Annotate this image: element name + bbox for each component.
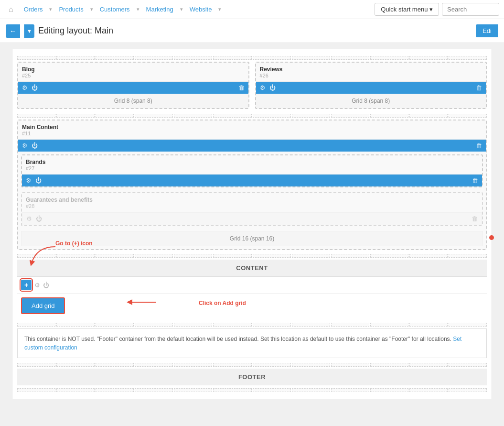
- main-content-block-name: Main Content: [22, 124, 58, 131]
- guarantees-block-header: Guarantees and benefits #28: [22, 193, 482, 212]
- drop-zone-mid1: [17, 114, 487, 118]
- brands-block-name: Brands: [26, 159, 45, 165]
- main-content-block-toolbar: ⚙ ⏻ 🗑: [18, 140, 486, 152]
- info-box: This container is NOT used. "Footer" con…: [17, 328, 487, 358]
- drop-zone-top: [17, 56, 487, 60]
- back-button[interactable]: ←: [6, 24, 20, 38]
- reviews-gear-icon[interactable]: ⚙: [260, 84, 266, 91]
- home-icon[interactable]: ⌂: [5, 3, 17, 16]
- blog-block-name: Blog: [22, 66, 35, 73]
- blog-gear-icon[interactable]: ⚙: [22, 84, 28, 91]
- nav-item-orders[interactable]: Orders: [20, 4, 47, 15]
- main-content: Blog #25 ⚙ ⏻ 🗑 Grid 8 (span 8) Reviews: [0, 43, 504, 426]
- page-title: Editing layout: Main: [38, 26, 472, 36]
- content-section-wrapper: Go to (+) icon CONTENT: [17, 260, 487, 318]
- annotation-go-to-plus: Go to (+) icon: [55, 240, 93, 247]
- nav-item-marketing[interactable]: Marketing: [142, 4, 177, 15]
- arrow-add-grid-icon: [125, 295, 158, 309]
- quick-start-button[interactable]: Quick start menu ▾: [375, 3, 439, 16]
- reviews-block: Reviews #26 ⚙ ⏻ 🗑 Grid 8 (span 8): [255, 62, 487, 109]
- reviews-block-toolbar: ⚙ ⏻ 🗑: [256, 82, 486, 94]
- main-content-block: Main Content #11 ⚙ ⏻ 🗑 Brands #27: [17, 120, 487, 250]
- reviews-block-name: Reviews: [260, 66, 283, 73]
- guarantees-delete-icon[interactable]: 🗑: [472, 215, 478, 222]
- nav-item-customers[interactable]: Customers: [96, 4, 134, 15]
- drop-zone-bottom: [17, 388, 487, 392]
- blog-block-header: Blog #25: [18, 63, 248, 82]
- annotation-click-add-grid: Click on Add grid: [199, 300, 246, 306]
- guarantees-block-name: Guarantees and benefits: [26, 197, 93, 203]
- reviews-power-icon[interactable]: ⏻: [269, 84, 276, 91]
- info-box-text: This container is NOT used. "Footer" con…: [24, 336, 451, 342]
- blog-power-icon[interactable]: ⏻: [32, 84, 38, 91]
- sub-header: ← ▼ Editing layout: Main Edi: [0, 19, 504, 43]
- guarantees-block: Guarantees and benefits #28 ⚙ ⏻ 🗑: [21, 192, 483, 226]
- red-dot-indicator: [489, 235, 494, 240]
- nav-sep-1: ▾: [49, 6, 52, 12]
- nav-item-website[interactable]: Website: [186, 4, 216, 15]
- blog-block-toolbar: ⚙ ⏻ 🗑: [18, 82, 248, 94]
- nav-sep-2: ▾: [90, 6, 93, 12]
- brands-block-header: Brands #27: [22, 155, 482, 175]
- add-grid-button[interactable]: Add grid: [21, 297, 65, 314]
- blog-block-id: #25: [22, 73, 245, 78]
- reviews-delete-icon[interactable]: 🗑: [476, 84, 482, 91]
- brands-wrapper: Brands #27 ⚙ ⏻ 🗑 Guarantees: [18, 152, 486, 249]
- search-input[interactable]: [442, 3, 499, 16]
- guarantees-gear-icon[interactable]: ⚙: [26, 215, 32, 222]
- content-gear-icon[interactable]: ⚙: [34, 282, 40, 289]
- content-toolbar: + ⚙ ⏻: [17, 277, 487, 294]
- blog-grid-label: Grid 8 (span 8): [18, 94, 248, 108]
- blog-block: Blog #25 ⚙ ⏻ 🗑 Grid 8 (span 8): [17, 62, 249, 109]
- edit-button[interactable]: Edi: [476, 24, 498, 37]
- guarantees-block-toolbar: ⚙ ⏻ 🗑: [22, 212, 482, 225]
- nav-item-products[interactable]: Products: [55, 4, 87, 15]
- top-navigation: ⌂ Orders ▾ Products ▾ Customers ▾ Market…: [0, 0, 504, 19]
- add-plus-button[interactable]: +: [21, 280, 32, 290]
- main-content-block-header: Main Content #11: [18, 120, 486, 140]
- content-section-label: CONTENT: [17, 260, 487, 277]
- nav-sep-5: ▾: [218, 6, 221, 12]
- drop-zone-mid4: [17, 363, 487, 367]
- blog-reviews-row: Blog #25 ⚙ ⏻ 🗑 Grid 8 (span 8) Reviews: [17, 62, 487, 109]
- add-grid-area: Add grid Click on Add grid: [17, 294, 487, 318]
- main-content-power-icon[interactable]: ⏻: [32, 142, 38, 149]
- main-content-delete-icon[interactable]: 🗑: [476, 142, 482, 149]
- reviews-block-header: Reviews #26: [256, 63, 486, 82]
- brands-power-icon[interactable]: ⏻: [35, 177, 42, 184]
- brands-block: Brands #27 ⚙ ⏻ 🗑: [21, 154, 483, 187]
- nav-dropdown-button[interactable]: ▼: [24, 24, 34, 38]
- reviews-grid-label: Grid 8 (span 8): [256, 94, 486, 108]
- brands-block-id: #27: [26, 165, 478, 171]
- footer-section-label: FOOTER: [17, 369, 487, 385]
- nav-sep-3: ▾: [137, 6, 139, 12]
- arrow-go-to-plus-icon: [27, 244, 60, 268]
- main-content-block-id: #11: [22, 131, 482, 136]
- layout-outer: Blog #25 ⚙ ⏻ 🗑 Grid 8 (span 8) Reviews: [12, 49, 492, 399]
- brands-gear-icon[interactable]: ⚙: [26, 177, 32, 184]
- main-content-gear-icon[interactable]: ⚙: [22, 142, 28, 149]
- drop-zone-mid2: [17, 254, 487, 258]
- reviews-block-id: #26: [260, 73, 483, 78]
- footer-section: FOOTER: [17, 369, 487, 385]
- drop-zone-mid3: [17, 323, 487, 327]
- nav-sep-4: ▾: [180, 6, 183, 12]
- blog-delete-icon[interactable]: 🗑: [238, 84, 245, 91]
- content-section: CONTENT + ⚙ ⏻ Add grid Click on Add grid: [17, 260, 487, 318]
- brands-block-toolbar: ⚙ ⏻ 🗑: [22, 175, 482, 186]
- brands-delete-icon[interactable]: 🗑: [472, 177, 478, 184]
- content-power-icon[interactable]: ⏻: [43, 282, 49, 289]
- guarantees-block-id: #28: [26, 203, 478, 209]
- guarantees-power-icon[interactable]: ⏻: [36, 215, 42, 222]
